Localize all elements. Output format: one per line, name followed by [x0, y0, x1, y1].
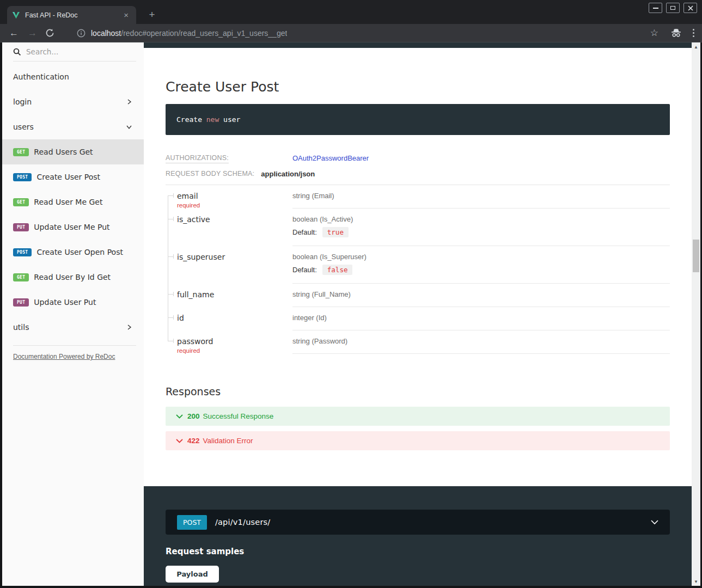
request-samples-title: Request samples: [166, 547, 670, 556]
schema-field-row: password required string (Password): [166, 330, 670, 354]
oauth2-password-bearer-link[interactable]: OAuth2PasswordBearer: [292, 154, 369, 162]
field-type: string (Email): [292, 192, 670, 200]
sidebar-item-label: users: [13, 122, 125, 131]
new-tab-button[interactable]: +: [145, 8, 159, 22]
schema-field-row: email required string (Email): [166, 185, 670, 209]
browser-menu-icon[interactable]: [693, 29, 694, 37]
reload-icon[interactable]: [45, 28, 54, 38]
operation-title: Create User Post: [166, 79, 670, 95]
page-content: Authentication login users GET Read User…: [2, 42, 700, 586]
chevron-icon: [125, 323, 133, 331]
sidebar-item-update-user-me-put[interactable]: PUT Update User Me Put: [2, 215, 144, 240]
field-type: string (Full_Name): [292, 290, 670, 298]
site-info-icon[interactable]: [77, 29, 86, 38]
sidebar-item-create-user-open-post[interactable]: POST Create User Open Post: [2, 240, 144, 265]
endpoint-bar[interactable]: POST /api/v1/users/: [166, 510, 670, 535]
minimize-button[interactable]: [649, 3, 662, 13]
operation-section: Create User Post Create new user AUTHORI…: [144, 48, 692, 486]
field-default-value: true: [322, 227, 349, 237]
method-badge: GET: [13, 148, 29, 156]
sidebar-footer: Documentation Powered by ReDoc: [13, 345, 136, 361]
bookmark-star-icon[interactable]: ☆: [650, 27, 658, 39]
tab-title: Fast API - ReDoc: [25, 11, 121, 19]
field-name: is_superuser: [177, 253, 225, 261]
method-badge: GET: [13, 198, 29, 206]
description-code-span: new: [206, 115, 219, 124]
scroll-down-icon[interactable]: ▼: [692, 577, 700, 586]
sidebar-item-create-user-post[interactable]: POST Create User Post: [2, 164, 144, 189]
field-name: id: [177, 314, 184, 322]
search-input[interactable]: [26, 47, 119, 56]
close-button[interactable]: [683, 3, 697, 13]
field-type: boolean (Is_Superuser): [292, 253, 670, 261]
request-body-schema-label: REQUEST BODY SCHEMA:: [166, 170, 254, 177]
field-required-flag: required: [177, 202, 287, 209]
description-text: Create: [176, 115, 206, 124]
sample-tab-payload[interactable]: Payload: [166, 566, 219, 583]
chevron-down-icon[interactable]: [651, 520, 658, 525]
incognito-icon: [670, 28, 682, 38]
description-text: user: [219, 115, 240, 124]
field-name: email: [177, 192, 198, 200]
address-bar[interactable]: localhost/redoc#operation/read_users_api…: [65, 29, 650, 38]
browser-toolbar: ← → localhost/redoc#operation/read_users…: [0, 24, 702, 42]
sidebar-item-read-user-me-get[interactable]: GET Read User Me Get: [2, 189, 144, 215]
field-required-flag: required: [177, 347, 287, 354]
sidebar-item-label: utils: [13, 323, 125, 332]
request-body-schema-row: REQUEST BODY SCHEMA: application/json: [166, 170, 670, 185]
sidebar-item-label: Read User By Id Get: [34, 273, 133, 281]
authorizations-row: AUTHORIZATIONS: OAuth2PasswordBearer: [166, 154, 670, 162]
sidebar-item-utils[interactable]: utils: [2, 315, 144, 340]
schema-field-row: full_name string (Full_Name): [166, 284, 670, 307]
method-badge: POST: [13, 173, 32, 181]
scroll-up-icon[interactable]: ▲: [692, 42, 700, 51]
schema-field-row: id integer (Id): [166, 307, 670, 330]
sidebar-item-authentication[interactable]: Authentication: [2, 64, 144, 89]
chevron-down-icon: [176, 439, 183, 443]
sidebar-item-update-user-put[interactable]: PUT Update User Put: [2, 290, 144, 315]
sidebar-item-label: Read Users Get: [34, 148, 133, 156]
endpoint-path: /api/v1/users/: [215, 518, 270, 526]
field-name: password: [177, 337, 213, 346]
method-badge: GET: [13, 273, 29, 281]
previous-section-dark-strip: [144, 42, 692, 48]
authorizations-label: AUTHORIZATIONS:: [166, 154, 229, 163]
method-badge: POST: [13, 248, 32, 256]
redoc-sidebar: Authentication login users GET Read User…: [2, 42, 144, 586]
url-text[interactable]: localhost/redoc#operation/read_users_api…: [91, 29, 287, 38]
sidebar-item-label: Read User Me Get: [34, 198, 133, 206]
back-icon[interactable]: ←: [9, 28, 19, 38]
sidebar-nav: Authentication login users GET Read User…: [2, 64, 144, 340]
sample-tabs: Payload: [166, 566, 670, 583]
schema-field-row: is_active boolean (Is_Active) Default:tr…: [166, 209, 670, 246]
sidebar-item-label: Update User Put: [34, 298, 133, 307]
sidebar-item-label: login: [13, 97, 125, 106]
field-default-label: Default:: [292, 266, 317, 274]
request-body-media-type: application/json: [261, 170, 315, 178]
page-scrollbar[interactable]: ▲ ▼: [692, 42, 700, 586]
scrollbar-thumb[interactable]: [693, 240, 699, 272]
sidebar-divider: [13, 61, 136, 62]
operation-description-code: Create new user: [166, 104, 670, 135]
response-row[interactable]: 200 Successful Response: [166, 407, 670, 426]
sidebar-item-label: Authentication: [13, 72, 133, 81]
browser-tab[interactable]: Fast API - ReDoc ×: [7, 6, 136, 24]
powered-by-redoc-link[interactable]: Documentation Powered by ReDoc: [13, 353, 115, 360]
field-type: integer (Id): [292, 314, 670, 322]
responses-title: Responses: [166, 385, 670, 397]
favicon-v-icon: [12, 11, 20, 19]
tab-close-icon[interactable]: ×: [121, 10, 131, 20]
response-label: Validation Error: [203, 437, 253, 445]
sidebar-item-read-user-by-id-get[interactable]: GET Read User By Id Get: [2, 265, 144, 290]
sidebar-item-login[interactable]: login: [2, 89, 144, 114]
sidebar-item-users[interactable]: users: [2, 114, 144, 139]
browser-window: Fast API - ReDoc × + ← →: [0, 0, 702, 588]
response-row[interactable]: 422 Validation Error: [166, 431, 670, 450]
sidebar-item-label: Update User Me Put: [34, 223, 133, 231]
field-type: string (Password): [292, 337, 670, 345]
http-method-badge: POST: [177, 515, 207, 530]
sidebar-item-read-users-get[interactable]: GET Read Users Get: [2, 139, 144, 164]
schema-fields: email required string (Email) is_active …: [166, 185, 670, 354]
maximize-button[interactable]: [666, 3, 680, 13]
close-icon: [688, 5, 693, 11]
